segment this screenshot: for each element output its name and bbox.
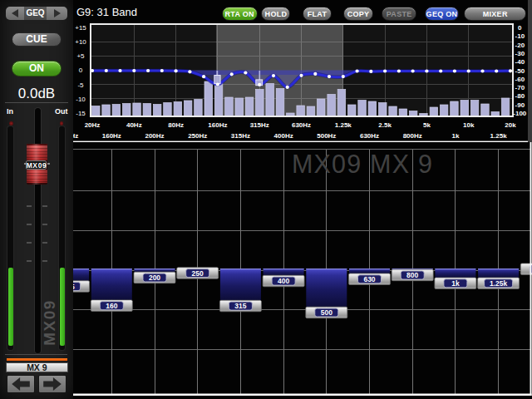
svg-text:500Hz: 500Hz — [317, 132, 336, 140]
svg-text:160Hz: 160Hz — [102, 132, 121, 140]
svg-text:1.25k: 1.25k — [490, 279, 508, 288]
svg-text:0: 0 — [79, 66, 83, 74]
svg-text:2.5k: 2.5k — [378, 121, 392, 129]
svg-text:+15: +15 — [75, 24, 86, 32]
svg-text:160Hz: 160Hz — [208, 121, 227, 129]
svg-text:315Hz: 315Hz — [231, 132, 250, 140]
svg-text:400Hz: 400Hz — [274, 132, 293, 140]
svg-text:+5: +5 — [76, 52, 85, 60]
svg-text:800: 800 — [406, 271, 418, 279]
svg-text:40Hz: 40Hz — [126, 121, 142, 129]
svg-text:20k: 20k — [505, 121, 516, 129]
svg-text:800Hz: 800Hz — [403, 132, 422, 140]
svg-text:125: 125 — [73, 283, 75, 291]
svg-text:630Hz: 630Hz — [360, 132, 379, 140]
svg-text:1k: 1k — [451, 279, 460, 288]
svg-text:1k: 1k — [451, 132, 459, 140]
svg-text:-30: -30 — [515, 50, 525, 57]
svg-text:200: 200 — [149, 273, 160, 282]
svg-text:MX09 MX 9: MX09 MX 9 — [292, 150, 433, 178]
svg-text:80Hz: 80Hz — [168, 121, 184, 129]
svg-text:0: 0 — [518, 24, 522, 32]
svg-text:1.25k: 1.25k — [335, 121, 352, 129]
svg-text:-80: -80 — [515, 92, 525, 100]
svg-text:-60: -60 — [515, 76, 525, 83]
svg-text:-15: -15 — [76, 110, 86, 117]
svg-text:-40: -40 — [515, 58, 525, 66]
svg-text:10k: 10k — [463, 121, 475, 129]
svg-text:-90: -90 — [515, 101, 525, 109]
svg-text:20Hz: 20Hz — [85, 121, 101, 129]
svg-text:-5: -5 — [77, 81, 84, 89]
svg-text:5k: 5k — [423, 121, 431, 129]
svg-text:315Hz: 315Hz — [250, 121, 269, 129]
svg-text:630: 630 — [363, 275, 375, 283]
svg-text:-70: -70 — [515, 84, 525, 91]
svg-text:-20: -20 — [515, 42, 525, 49]
svg-text:160: 160 — [106, 302, 117, 310]
svg-text:+10: +10 — [75, 38, 86, 46]
svg-text:-50: -50 — [515, 67, 525, 75]
svg-text:125Hz: 125Hz — [73, 132, 78, 140]
svg-text:200Hz: 200Hz — [145, 132, 164, 140]
svg-text:500: 500 — [321, 308, 332, 317]
svg-text:400: 400 — [278, 277, 289, 285]
svg-text:315: 315 — [234, 302, 246, 310]
svg-text:250: 250 — [192, 269, 204, 278]
svg-text:-10: -10 — [515, 32, 525, 40]
svg-text:250Hz: 250Hz — [188, 132, 207, 140]
svg-text:-100: -100 — [513, 110, 527, 117]
svg-text:-10: -10 — [76, 96, 86, 103]
svg-text:1.25k: 1.25k — [490, 132, 508, 140]
svg-text:630Hz: 630Hz — [292, 121, 311, 129]
